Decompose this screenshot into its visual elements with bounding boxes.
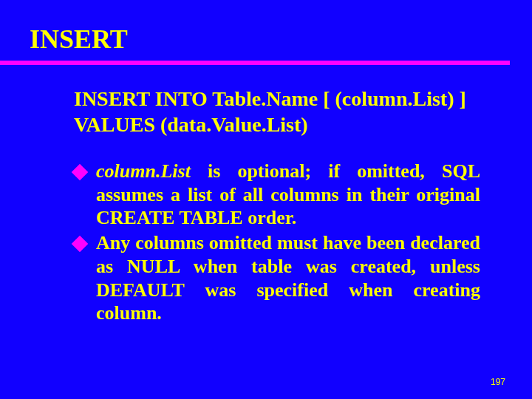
list-item: Any columns omitted must have been decla… xyxy=(74,231,480,325)
bullet-italic-lead: column.List xyxy=(96,160,191,182)
slide: INSERT INSERT INTO Table.Name [ (column.… xyxy=(0,0,532,399)
title-block: INSERT xyxy=(15,24,532,65)
syntax-block: INSERT INTO Table.Name [ (column.List) ]… xyxy=(74,86,480,137)
bullet-list: column.List is optional; if omitted, SQL… xyxy=(74,160,480,325)
page-number: 197 xyxy=(491,377,505,387)
slide-title: INSERT xyxy=(15,24,532,59)
syntax-line-2: VALUES (data.Value.List) xyxy=(74,112,480,137)
title-underline xyxy=(0,61,510,65)
syntax-line-1: INSERT INTO Table.Name [ (column.List) ] xyxy=(74,86,480,112)
bullet-rest: Any columns omitted must have been decla… xyxy=(96,232,480,324)
bullet-text: column.List is optional; if omitted, SQL… xyxy=(96,160,480,230)
diamond-bullet-icon xyxy=(72,164,89,181)
diamond-bullet-icon xyxy=(72,236,89,253)
bullet-text: Any columns omitted must have been decla… xyxy=(96,231,480,325)
list-item: column.List is optional; if omitted, SQL… xyxy=(74,160,480,230)
